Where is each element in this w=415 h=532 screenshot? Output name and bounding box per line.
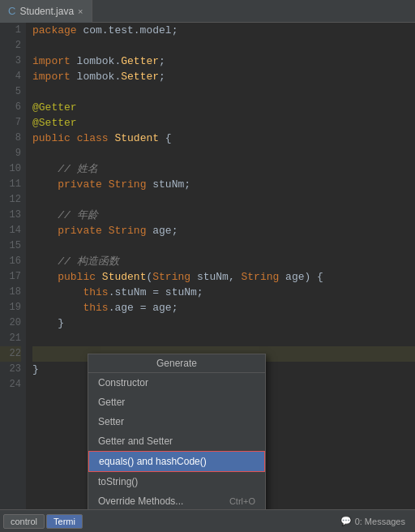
- terminal-button[interactable]: Termi: [46, 514, 83, 529]
- tab-student-java[interactable]: C Student.java ×: [0, 0, 92, 23]
- code-line: public class Student {: [32, 131, 415, 146]
- code-line: [32, 38, 415, 54]
- code-line: [32, 146, 415, 161]
- menu-item-override-label: Override Methods...: [98, 496, 183, 507]
- context-menu: Generate Constructor Getter Setter Gette…: [88, 354, 266, 509]
- tab-bar: C Student.java ×: [0, 0, 415, 23]
- menu-item-tostring-label: toString(): [98, 476, 138, 487]
- code-line: // 构造函数: [32, 254, 415, 269]
- messages-icon: 💬: [340, 516, 352, 526]
- menu-item-constructor-label: Constructor: [98, 377, 148, 388]
- context-menu-header: Generate: [88, 354, 265, 373]
- menu-item-tostring[interactable]: toString(): [88, 472, 265, 491]
- menu-item-getter-and-setter[interactable]: Getter and Setter: [88, 431, 265, 451]
- control-button[interactable]: control: [3, 514, 45, 529]
- editor: 123456789101112131415161718192021222324 …: [0, 23, 415, 509]
- menu-item-setter[interactable]: Setter: [88, 412, 265, 431]
- code-line: [32, 84, 415, 100]
- menu-item-equals-hashcode-label: equals() and hashCode(): [99, 456, 207, 467]
- messages-label: 0: Messages: [355, 517, 405, 526]
- line-numbers: 123456789101112131415161718192021222324: [0, 23, 26, 509]
- menu-item-getter-label: Getter: [98, 397, 125, 408]
- code-line: }: [32, 315, 415, 331]
- code-line: [32, 331, 415, 346]
- menu-item-getter[interactable]: Getter: [88, 393, 265, 412]
- menu-item-constructor[interactable]: Constructor: [88, 373, 265, 393]
- menu-item-equals-hashcode[interactable]: equals() and hashCode(): [88, 451, 265, 472]
- menu-item-override[interactable]: Override Methods... Ctrl+O: [88, 491, 265, 509]
- code-line: import lombok.Getter;: [32, 54, 415, 69]
- java-file-icon: C: [8, 5, 15, 17]
- code-line: this.age = age;: [32, 300, 415, 315]
- code-line: @Setter: [32, 115, 415, 131]
- code-line: private String age;: [32, 223, 415, 238]
- code-line: [32, 238, 415, 254]
- bottom-bar: control Termi 💬 0: Messages: [0, 509, 415, 532]
- code-line: package com.test.model;: [32, 23, 415, 38]
- code-line: import lombok.Setter;: [32, 69, 415, 84]
- messages-badge[interactable]: 💬 0: Messages: [340, 516, 412, 526]
- menu-item-getter-and-setter-label: Getter and Setter: [98, 435, 173, 447]
- code-line: public Student(String stuNm, String age)…: [32, 269, 415, 285]
- menu-item-setter-label: Setter: [98, 416, 124, 427]
- code-line: // 年龄: [32, 208, 415, 223]
- code-line: private String stuNm;: [32, 177, 415, 192]
- override-shortcut: Ctrl+O: [229, 496, 255, 506]
- code-line: [32, 192, 415, 208]
- code-line: this.stuNm = stuNm;: [32, 285, 415, 300]
- tab-label: Student.java: [19, 6, 74, 17]
- tab-close-button[interactable]: ×: [78, 6, 83, 16]
- code-line: // 姓名: [32, 161, 415, 177]
- code-line: @Getter: [32, 100, 415, 115]
